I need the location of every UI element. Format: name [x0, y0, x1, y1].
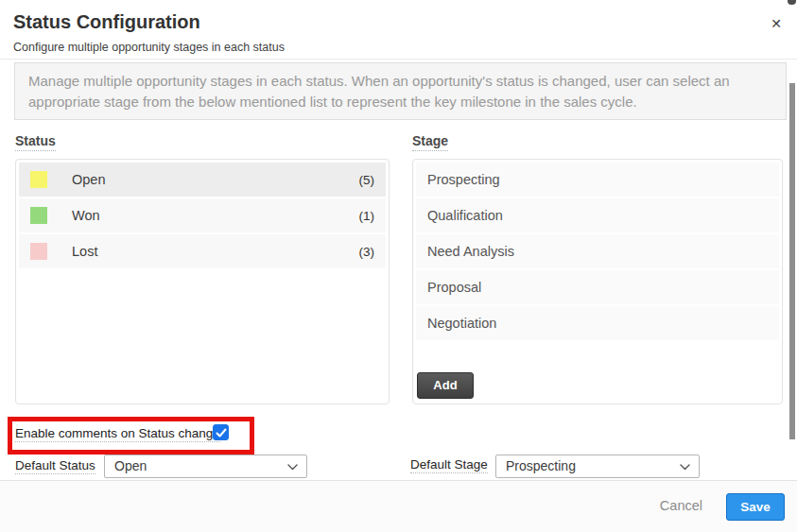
status-count: (1): [359, 209, 375, 223]
dialog-title: Status Configuration: [13, 11, 200, 33]
chevron-down-icon: [680, 464, 690, 471]
stage-row-negotiation[interactable]: Negotiation: [416, 306, 779, 340]
stage-list-panel: Prospecting Qualification Need Analysis …: [412, 159, 783, 404]
default-stage-label: Default Stage: [410, 457, 488, 473]
status-label: Lost: [72, 244, 97, 259]
default-stage-value: Prospecting: [506, 458, 576, 473]
status-color-swatch: [30, 207, 47, 224]
status-count: (3): [359, 245, 375, 259]
stage-section-header: Stage: [412, 133, 448, 151]
enable-comments-label: Enable comments on Status change: [15, 426, 220, 442]
stage-row-need-analysis[interactable]: Need Analysis: [416, 234, 779, 268]
status-label: Open: [72, 172, 105, 187]
scrollbar-arrow[interactable]: [788, 0, 796, 5]
stage-row-qualification[interactable]: Qualification: [416, 198, 779, 232]
status-count: (5): [359, 173, 375, 187]
status-label: Won: [72, 208, 100, 223]
status-row-lost[interactable]: Lost (3): [19, 234, 386, 268]
status-row-open[interactable]: Open (5): [19, 163, 386, 197]
enable-comments-checkbox[interactable]: [213, 424, 229, 440]
stage-row-proposal[interactable]: Proposal: [416, 270, 779, 304]
status-list-panel: Open (5) Won (1) Lost (3): [15, 159, 390, 404]
status-row-won[interactable]: Won (1): [19, 198, 386, 232]
chevron-down-icon: [287, 464, 298, 471]
default-status-value: Open: [114, 458, 147, 473]
dialog-subtitle: Configure multiple opportunity stages in…: [13, 41, 285, 54]
status-section-header: Status: [15, 133, 56, 151]
add-stage-button[interactable]: Add: [417, 372, 474, 399]
cancel-button[interactable]: Cancel: [660, 498, 702, 513]
status-color-swatch: [30, 171, 47, 188]
status-configuration-dialog: Status Configuration Configure multiple …: [0, 0, 797, 532]
default-stage-select[interactable]: Prospecting: [495, 455, 700, 478]
default-status-label: Default Status: [15, 458, 95, 474]
scrollbar-thumb[interactable]: [789, 83, 795, 439]
close-icon[interactable]: ✕: [767, 14, 786, 33]
status-color-swatch: [30, 243, 47, 260]
default-status-select[interactable]: Open: [104, 455, 307, 478]
description-banner: Manage multiple opportunity stages in ea…: [14, 62, 787, 120]
save-button[interactable]: Save: [726, 493, 785, 521]
header-divider: [0, 59, 797, 60]
dialog-footer: Cancel Save: [0, 480, 797, 532]
stage-row-prospecting[interactable]: Prospecting: [416, 163, 779, 197]
checkmark-icon: [215, 426, 228, 439]
